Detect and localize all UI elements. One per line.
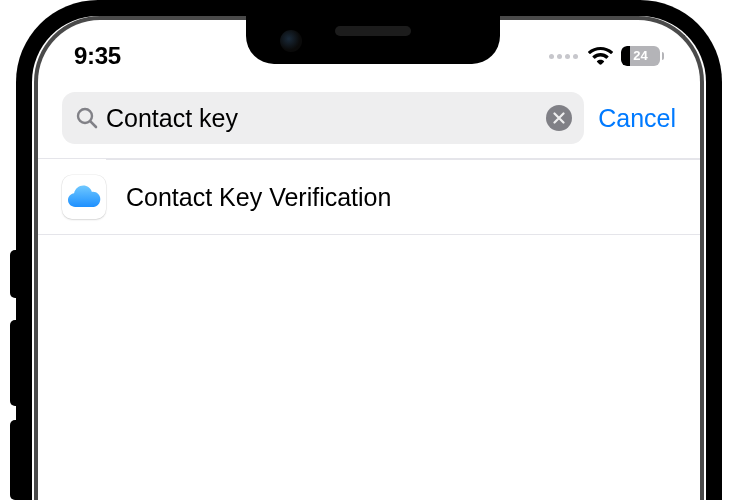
cellular-dots-icon (549, 54, 578, 59)
cancel-button[interactable]: Cancel (598, 104, 676, 133)
battery-level: 24 (621, 46, 660, 66)
search-input[interactable]: Contact key (62, 92, 584, 144)
result-label: Contact Key Verification (126, 183, 391, 212)
status-time: 9:35 (74, 42, 121, 70)
icloud-icon (62, 175, 106, 219)
close-icon (553, 112, 565, 124)
status-bar: 9:35 24 (38, 20, 700, 78)
result-contact-key-verification[interactable]: Contact Key Verification (38, 160, 700, 235)
search-results: Contact Key Verification (38, 158, 700, 235)
search-query-text: Contact key (106, 104, 538, 133)
status-indicators: 24 (549, 46, 664, 66)
search-row: Contact key Cancel (38, 78, 700, 158)
svg-line-1 (90, 121, 96, 127)
clear-search-button[interactable] (546, 105, 572, 131)
battery-indicator: 24 (621, 46, 664, 66)
search-icon (76, 107, 98, 129)
wifi-icon (588, 47, 613, 65)
